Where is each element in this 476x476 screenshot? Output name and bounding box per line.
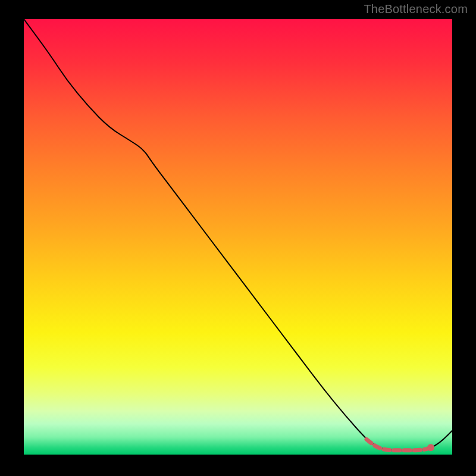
chart-svg (24, 19, 452, 455)
chart-frame: TheBottleneck.com (0, 0, 476, 476)
watermark-label: TheBottleneck.com (364, 2, 468, 16)
marker-point (427, 444, 434, 451)
plot-area (24, 19, 452, 455)
gradient-background (24, 19, 452, 455)
